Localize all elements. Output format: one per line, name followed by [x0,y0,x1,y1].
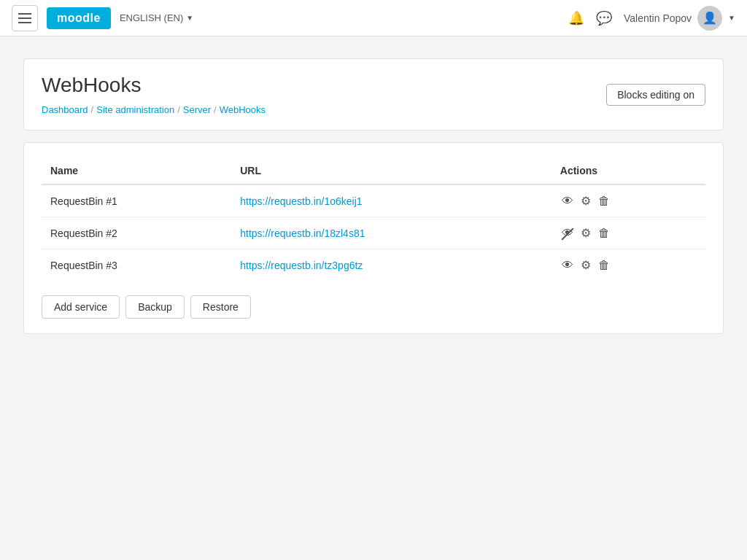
breadcrumb-server[interactable]: Server [183,104,211,115]
col-name: Name [42,158,231,184]
actions-group: 👁⚙🗑 [560,192,697,209]
user-dropdown-arrow: ▼ [728,14,735,22]
backup-button[interactable]: Backup [125,295,185,319]
settings-icon[interactable]: ⚙ [579,225,592,241]
settings-icon[interactable]: ⚙ [579,257,592,273]
user-name: Valentin Popov [624,12,692,24]
main-card: Name URL Actions RequestBin #1https://re… [23,142,724,334]
cell-actions: 👁⚙🗑 [551,217,705,249]
delete-icon[interactable]: 🗑 [597,257,611,273]
language-selector[interactable]: ENGLISH (EN) ▼ [120,12,193,23]
language-arrow: ▼ [186,14,193,22]
user-area[interactable]: Valentin Popov 👤 ▼ [624,6,735,31]
blocks-editing-button[interactable]: Blocks editing on [606,84,705,106]
col-url: URL [231,158,551,184]
view-icon[interactable]: 👁 [560,225,575,241]
webhook-url-link[interactable]: https://requestb.in/tz3pg6tz [240,260,363,271]
cell-url: https://requestb.in/18zl4s81 [231,217,551,249]
add-service-button[interactable]: Add service [42,295,120,319]
breadcrumb-site-admin[interactable]: Site administration [96,104,174,115]
breadcrumb-sep-2: / [177,104,180,115]
cell-name: RequestBin #1 [42,184,231,217]
settings-icon[interactable]: ⚙ [579,192,592,209]
avatar: 👤 [697,6,722,31]
cell-actions: 👁⚙🗑 [551,184,705,217]
actions-group: 👁⚙🗑 [560,225,697,241]
col-actions: Actions [551,158,705,184]
view-icon[interactable]: 👁 [560,257,575,273]
language-label: ENGLISH (EN) [120,12,183,23]
breadcrumb-sep-1: / [91,104,94,115]
navbar: moodle ENGLISH (EN) ▼ 🔔 💬 Valentin Popov… [0,0,747,36]
breadcrumb-dashboard[interactable]: Dashboard [42,104,88,115]
breadcrumb-sep-3: / [214,104,217,115]
cell-url: https://requestb.in/1o6keij1 [231,184,551,217]
moodle-logo: moodle [47,7,111,29]
navbar-icons: 🔔 💬 Valentin Popov 👤 ▼ [568,6,735,31]
avatar-icon: 👤 [703,11,717,25]
cell-name: RequestBin #2 [42,217,231,249]
messages-icon[interactable]: 💬 [596,10,612,26]
breadcrumb: Dashboard / Site administration / Server… [42,104,705,115]
table-row: RequestBin #2https://requestb.in/18zl4s8… [42,217,705,249]
notifications-icon[interactable]: 🔔 [568,10,584,26]
hamburger-button[interactable] [12,5,38,31]
action-buttons: Add service Backup Restore [42,295,705,319]
table-row: RequestBin #1https://requestb.in/1o6keij… [42,184,705,217]
actions-group: 👁⚙🗑 [560,257,697,273]
breadcrumb-webhooks[interactable]: WebHooks [220,104,266,115]
view-icon[interactable]: 👁 [560,193,575,209]
cell-url: https://requestb.in/tz3pg6tz [231,249,551,281]
delete-icon[interactable]: 🗑 [597,225,611,241]
webhooks-table: Name URL Actions RequestBin #1https://re… [42,158,705,281]
table-row: RequestBin #3https://requestb.in/tz3pg6t… [42,249,705,281]
page-header: WebHooks Dashboard / Site administration… [23,58,724,131]
page-content: WebHooks Dashboard / Site administration… [9,36,738,349]
webhook-url-link[interactable]: https://requestb.in/1o6keij1 [240,195,362,207]
webhook-url-link[interactable]: https://requestb.in/18zl4s81 [240,228,365,239]
cell-name: RequestBin #3 [42,249,231,281]
restore-button[interactable]: Restore [190,295,251,319]
delete-icon[interactable]: 🗑 [597,193,611,209]
cell-actions: 👁⚙🗑 [551,249,705,281]
